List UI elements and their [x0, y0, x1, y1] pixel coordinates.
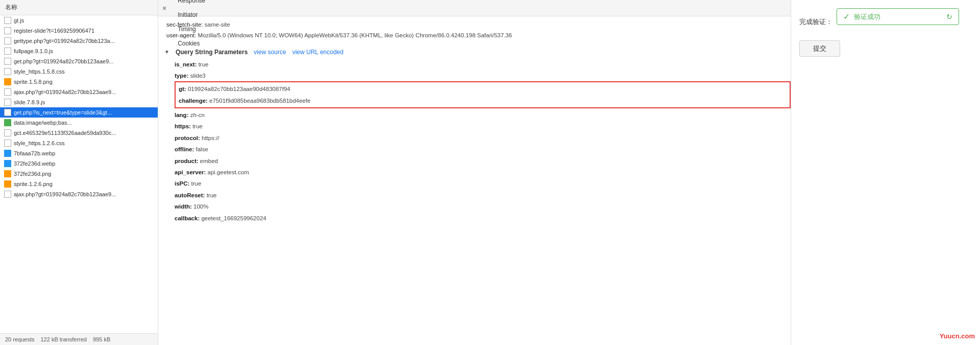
param-row: isPC: true [175, 178, 791, 189]
file-icon [4, 180, 11, 188]
param-value: 019924a82c70bb123aae90d483087f94 [188, 86, 290, 92]
file-item[interactable]: style_https.1.5.8.css [0, 66, 158, 77]
highlight-box: gt: 019924a82c70bb123aae90d483087f94chal… [175, 81, 791, 108]
header-val-user-agent: Mozilla/5.0 (Windows NT 10.0; WOW64) App… [198, 32, 512, 38]
param-value: geetest_1669259962024 [201, 215, 266, 221]
param-value: true [199, 61, 209, 67]
tabs-bar: × HeadersPreviewResponseInitiatorTimingC… [158, 0, 791, 16]
param-row: challenge: e7501f9d085beaa9683bdb581bd4e… [179, 95, 787, 106]
param-key: protocol: [175, 135, 202, 141]
file-icon [4, 37, 11, 44]
watermark: Yuucn.com [940, 332, 975, 340]
header-sec-fetch: sec-fetch-site: same-site [166, 19, 782, 30]
param-value: embed [200, 158, 218, 164]
file-icon [4, 27, 11, 34]
file-icon [4, 68, 11, 75]
file-item[interactable]: gettype.php?gt=019924a82c70bb123a... [0, 36, 158, 46]
file-name: gct.e465329e51133f326aade59da930c... [14, 130, 116, 136]
param-row: lang: zh-cn [175, 109, 791, 121]
file-item[interactable]: 7bfaaa72b.webp [0, 148, 158, 158]
left-panel: 名称 gt.jsregister-slide?t=1669259906471ge… [0, 0, 158, 345]
param-key: gt: [179, 86, 188, 92]
file-icon [4, 88, 11, 96]
param-row: callback: geetest_1669259962024 [175, 213, 791, 224]
param-row: protocol: https:// [175, 132, 791, 144]
param-value: zh-cn [190, 112, 205, 118]
param-key: offline: [175, 146, 196, 152]
param-row: https: true [175, 121, 791, 132]
file-icon [4, 119, 11, 126]
file-item[interactable]: fullpage.9.1.0.js [0, 46, 158, 56]
param-key: challenge: [179, 98, 209, 104]
file-item[interactable]: get.php?is_next=true&type=slide3&gt... [0, 107, 158, 118]
file-item[interactable]: data:image/webp;bas... [0, 118, 158, 128]
file-icon [4, 109, 11, 116]
file-item[interactable]: gt.js [0, 15, 158, 26]
file-item[interactable]: sprite.1.5.8.png [0, 77, 158, 87]
header-val-sec-fetch: same-site [205, 21, 230, 28]
file-item[interactable]: gct.e465329e51133f326aade59da930c... [0, 128, 158, 138]
view-source-link[interactable]: view source [254, 49, 286, 56]
file-name: get.php?is_next=true&type=slide3&gt... [14, 109, 112, 116]
middle-panel: × HeadersPreviewResponseInitiatorTimingC… [158, 0, 791, 345]
params-list: is_next: truetype: slide3gt: 019924a82c7… [158, 58, 791, 225]
triangle-icon: ▼ [164, 49, 169, 55]
file-item[interactable]: 372fe236d.png [0, 169, 158, 179]
file-item[interactable]: ajax.php?gt=019924a82c70bb123aae9... [0, 87, 158, 97]
param-key: lang: [175, 112, 190, 118]
param-row: offline: false [175, 144, 791, 155]
file-name: 372fe236d.png [14, 171, 51, 177]
file-item[interactable]: sprite.1.2.6.png [0, 179, 158, 189]
tab-response[interactable]: Response [172, 0, 211, 8]
refresh-icon[interactable]: ↻ [946, 13, 952, 21]
file-name: slide.7.8.9.js [14, 99, 45, 105]
headers-section: sec-fetch-site: same-site user-agent: Mo… [158, 16, 791, 44]
param-value: slide3 [190, 73, 206, 79]
file-name: 7bfaaa72b.webp [14, 150, 55, 156]
param-key: autoReset: [175, 192, 207, 198]
verify-label: 完成验证： [799, 17, 832, 27]
param-row: is_next: true [175, 59, 791, 70]
file-item[interactable]: get.php?gt=019924a82c70bb123aae9... [0, 56, 158, 66]
file-icon [4, 99, 11, 106]
param-row: product: embed [175, 155, 791, 167]
param-value: e7501f9d085beaa9683bdb581bd4eefe [209, 98, 310, 104]
close-button[interactable]: × [162, 4, 166, 12]
param-value: api.geetest.com [208, 169, 249, 175]
file-icon [4, 129, 11, 136]
file-icon [4, 140, 11, 147]
resources-size: 995 kB [93, 336, 110, 342]
file-icon [4, 17, 11, 24]
submit-button[interactable]: 提交 [799, 40, 840, 57]
file-icon [4, 160, 11, 167]
file-icon [4, 58, 11, 65]
verify-success-box: ✓ 验证成功 ↻ [837, 8, 959, 25]
param-key: https: [175, 123, 192, 129]
file-item[interactable]: 372fe236d.webp [0, 158, 158, 169]
file-name: gettype.php?gt=019924a82c70bb123a... [14, 38, 115, 44]
file-name: gt.js [14, 17, 24, 24]
left-panel-header: 名称 [0, 0, 158, 15]
file-icon [4, 191, 11, 198]
file-name: get.php?gt=019924a82c70bb123aae9... [14, 58, 113, 64]
content-area[interactable]: sec-fetch-site: same-site user-agent: Mo… [158, 16, 791, 345]
file-item[interactable]: register-slide?t=1669259906471 [0, 26, 158, 36]
file-item[interactable]: style_https.1.2.6.css [0, 138, 158, 148]
file-icon [4, 150, 11, 157]
transferred-size: 122 kB transferred [40, 336, 87, 342]
param-value: true [207, 192, 217, 198]
param-key: api_server: [175, 169, 208, 175]
file-name: fullpage.9.1.0.js [14, 48, 53, 54]
file-item[interactable]: ajax.php?gt=019924a82c70bb123aae9... [0, 189, 158, 199]
param-key: isPC: [175, 180, 191, 187]
param-row: gt: 019924a82c70bb123aae90d483087f94 [179, 83, 787, 95]
file-name: ajax.php?gt=019924a82c70bb123aae9... [14, 191, 116, 197]
file-list[interactable]: gt.jsregister-slide?t=1669259906471getty… [0, 15, 158, 333]
param-value: true [192, 123, 203, 129]
left-panel-footer: 20 requests 122 kB transferred 995 kB [0, 333, 158, 345]
verify-success-text: 验证成功 [854, 12, 942, 21]
header-key-user-agent: user-agent: [166, 32, 196, 38]
file-item[interactable]: slide.7.8.9.js [0, 97, 158, 107]
param-row: autoReset: true [175, 190, 791, 201]
view-url-encoded-link[interactable]: view URL encoded [292, 49, 344, 56]
